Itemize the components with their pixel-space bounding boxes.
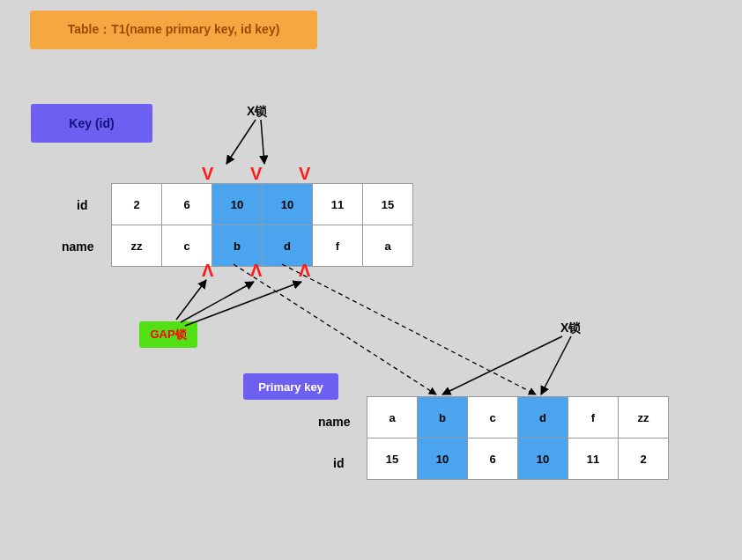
cell: 2 xyxy=(112,184,162,225)
cell: 10 xyxy=(518,438,568,480)
cell: 15 xyxy=(367,438,418,480)
cell: 6 xyxy=(468,438,518,480)
svg-line-1 xyxy=(261,120,264,164)
gap-mark: Λ xyxy=(250,262,262,279)
svg-line-3 xyxy=(181,282,254,322)
gap-mark: Λ xyxy=(299,262,310,279)
cell: f xyxy=(568,397,619,438)
cell: a xyxy=(367,397,418,438)
primary-key-badge: Primary key xyxy=(243,373,338,400)
svg-line-2 xyxy=(176,280,206,320)
cell: 11 xyxy=(568,438,619,480)
gap-lock-badge: GAP锁 xyxy=(139,321,197,348)
xlock-top-label: X锁 xyxy=(247,104,267,120)
key-id-badge: Key (id) xyxy=(31,104,152,143)
v-mark: V xyxy=(202,165,213,182)
cell: zz xyxy=(619,397,669,438)
cell: a xyxy=(363,225,413,267)
primary-key-table: abcdfzz1510610112 xyxy=(367,396,669,480)
cell: 10 xyxy=(263,184,313,225)
svg-line-4 xyxy=(185,282,301,326)
cell: 11 xyxy=(313,184,363,225)
cell: zz xyxy=(112,225,162,267)
table1-rowhdr-name: name xyxy=(62,239,94,254)
v-mark: V xyxy=(299,165,310,182)
cell: d xyxy=(518,397,568,438)
key-id-table: 2610101115zzcbdfa xyxy=(111,183,413,267)
svg-line-8 xyxy=(541,336,571,394)
cell: 2 xyxy=(619,438,669,480)
table2-rowhdr-id: id xyxy=(333,456,344,470)
table2-rowhdr-name: name xyxy=(318,415,351,429)
cell: f xyxy=(313,225,363,267)
cell: 6 xyxy=(162,184,212,225)
title-badge: Table：T1(name primary key, id key) xyxy=(30,11,317,49)
cell: 10 xyxy=(212,184,263,225)
v-mark: V xyxy=(250,165,262,182)
gap-mark: Λ xyxy=(202,262,213,279)
svg-line-7 xyxy=(442,336,562,394)
cell: 10 xyxy=(418,438,468,480)
xlock-right-label: X锁 xyxy=(560,321,581,336)
cell: c xyxy=(468,397,518,438)
cell: b xyxy=(418,397,468,438)
table1-rowhdr-id: id xyxy=(77,198,87,212)
svg-line-0 xyxy=(226,120,256,164)
cell: 15 xyxy=(363,184,413,225)
